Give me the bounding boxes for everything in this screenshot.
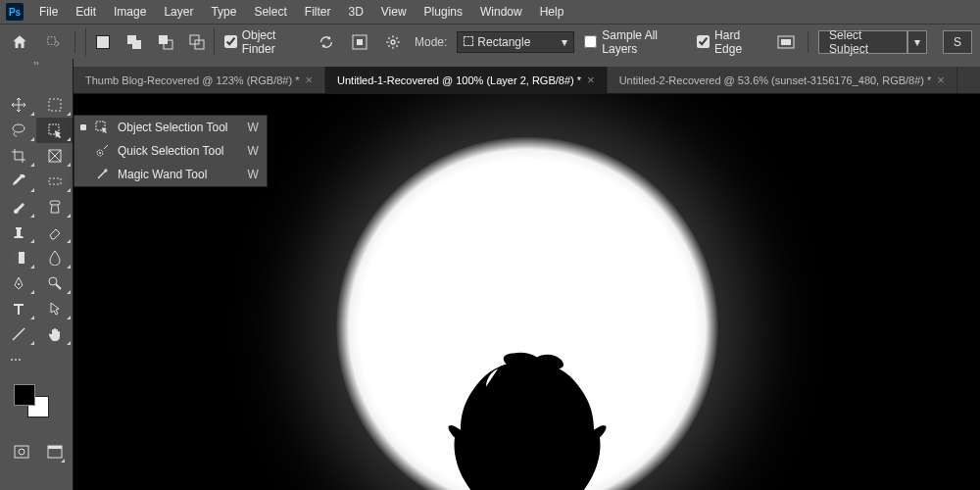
color-swatches[interactable] <box>0 382 73 423</box>
close-icon[interactable]: × <box>305 73 313 87</box>
silhouette <box>351 351 704 490</box>
flyout-item-magic-wand[interactable]: Magic Wand Tool W <box>74 163 267 186</box>
mode-label: Mode: <box>415 35 447 49</box>
flyout-item-object-selection[interactable]: Object Selection Tool W <box>74 116 267 139</box>
svg-rect-4 <box>164 40 172 49</box>
document-tab[interactable]: Untitled-1-Recovered @ 100% (Layer 2, RG… <box>325 67 608 93</box>
hand-tool[interactable] <box>36 321 73 347</box>
healing-brush-tool[interactable] <box>36 194 73 220</box>
brush-tool[interactable] <box>0 194 36 220</box>
menu-select[interactable]: Select <box>246 2 294 22</box>
path-selection-tool[interactable] <box>36 296 73 321</box>
menu-image[interactable]: Image <box>106 2 154 22</box>
blur-tool[interactable] <box>36 245 73 270</box>
svg-rect-16 <box>49 178 61 184</box>
document-tab-bar: Thumb Blog-Recovered @ 123% (RGB/8#) * ×… <box>0 67 980 94</box>
type-tool[interactable] <box>0 296 36 321</box>
line-tool[interactable] <box>0 321 36 347</box>
pen-tool[interactable] <box>0 270 36 296</box>
flyout-label: Magic Wand Tool <box>118 168 228 181</box>
svg-rect-26 <box>48 446 62 449</box>
mode-select[interactable]: Rectangle ▾ <box>457 31 574 53</box>
frame-tool[interactable] <box>36 143 73 169</box>
menu-view[interactable]: View <box>373 2 415 22</box>
new-selection-icon[interactable] <box>90 29 116 55</box>
object-finder-input[interactable] <box>224 35 237 48</box>
flyout-item-quick-selection[interactable]: Quick Selection Tool W <box>74 139 267 163</box>
object-finder-label: Object Finder <box>242 28 306 56</box>
hard-edge-input[interactable] <box>697 35 710 48</box>
marquee-tool[interactable] <box>36 92 73 118</box>
menu-window[interactable]: Window <box>472 2 530 22</box>
menu-filter[interactable]: Filter <box>297 2 339 22</box>
close-icon[interactable]: × <box>937 73 945 87</box>
object-selection-icon <box>94 120 110 135</box>
svg-rect-23 <box>15 446 28 458</box>
svg-rect-25 <box>48 446 62 458</box>
svg-point-9 <box>391 40 395 44</box>
subtract-selection-icon[interactable] <box>153 29 178 55</box>
object-finder-checkbox[interactable]: Object Finder <box>224 28 306 56</box>
quick-mask-tool[interactable] <box>10 439 33 465</box>
menu-type[interactable]: Type <box>203 2 244 22</box>
add-selection-icon[interactable] <box>122 29 147 55</box>
gear-icon[interactable] <box>381 29 405 55</box>
document-tab[interactable]: Untitled-2-Recovered @ 53.6% (sunset-315… <box>608 67 957 93</box>
svg-point-13 <box>13 124 24 132</box>
eyedropper-tool[interactable] <box>0 169 36 194</box>
intersect-selection-icon[interactable] <box>184 29 210 55</box>
flyout-label: Quick Selection Tool <box>118 144 228 158</box>
tool-preset-icon[interactable] <box>41 29 65 55</box>
edit-toolbar[interactable]: ⋯ <box>0 347 73 372</box>
document-tab-label: Thumb Blog-Recovered @ 123% (RGB/8#) * <box>85 74 299 86</box>
select-subject-button[interactable]: Select Subject <box>818 30 907 54</box>
svg-rect-19 <box>13 252 24 264</box>
eraser-tool[interactable] <box>36 220 73 245</box>
screen-mode-tool[interactable] <box>43 439 67 465</box>
svg-point-24 <box>19 449 24 455</box>
home-icon[interactable] <box>8 29 31 55</box>
sample-all-input[interactable] <box>584 35 597 48</box>
menu-3d[interactable]: 3D <box>340 2 370 22</box>
overlay-icon[interactable] <box>348 29 371 55</box>
marquee-single-tool[interactable] <box>36 169 73 194</box>
refresh-icon[interactable] <box>315 29 338 55</box>
chevron-down-icon: ▾ <box>562 35 567 49</box>
sample-all-label: Sample All Layers <box>602 28 687 56</box>
svg-rect-14 <box>49 124 59 134</box>
canvas-art <box>336 137 718 490</box>
close-icon[interactable]: × <box>587 73 595 87</box>
toolbox-collapse-icon[interactable]: ›› <box>0 59 73 69</box>
flyout-shortcut: W <box>248 121 259 134</box>
more-button[interactable]: S <box>943 30 972 54</box>
menu-help[interactable]: Help <box>532 2 572 22</box>
document-tab[interactable]: Thumb Blog-Recovered @ 123% (RGB/8#) * × <box>74 67 325 93</box>
menu-edit[interactable]: Edit <box>68 2 104 22</box>
svg-rect-11 <box>781 39 791 45</box>
document-tab-label: Untitled-2-Recovered @ 53.6% (sunset-315… <box>619 74 932 86</box>
document-tab-label: Untitled-1-Recovered @ 100% (Layer 2, RG… <box>337 74 581 86</box>
svg-rect-1 <box>127 35 136 44</box>
foreground-color-swatch[interactable] <box>14 384 35 406</box>
svg-rect-15 <box>49 150 61 162</box>
object-selection-tool[interactable] <box>36 118 73 143</box>
svg-rect-0 <box>48 36 56 44</box>
svg-point-21 <box>18 283 20 285</box>
dodge-tool[interactable] <box>36 270 73 296</box>
quick-selection-icon <box>94 143 110 159</box>
crop-tool[interactable] <box>0 143 36 169</box>
menu-plugins[interactable]: Plugins <box>416 2 470 22</box>
menu-file[interactable]: File <box>31 2 66 22</box>
gradient-tool[interactable] <box>0 245 36 270</box>
lasso-tool[interactable] <box>0 118 36 143</box>
svg-rect-10 <box>778 36 794 48</box>
clone-stamp-tool[interactable] <box>0 220 36 245</box>
move-tool[interactable] <box>0 92 36 118</box>
collapse-panels-handle[interactable]: ‹‹ <box>0 59 980 67</box>
mask-preview-icon[interactable] <box>774 29 798 55</box>
hard-edge-checkbox[interactable]: Hard Edge <box>697 28 764 56</box>
menu-layer[interactable]: Layer <box>156 2 201 22</box>
sample-all-layers-checkbox[interactable]: Sample All Layers <box>584 28 687 56</box>
svg-rect-7 <box>353 35 367 49</box>
select-subject-dropdown[interactable]: ▾ <box>907 30 927 54</box>
